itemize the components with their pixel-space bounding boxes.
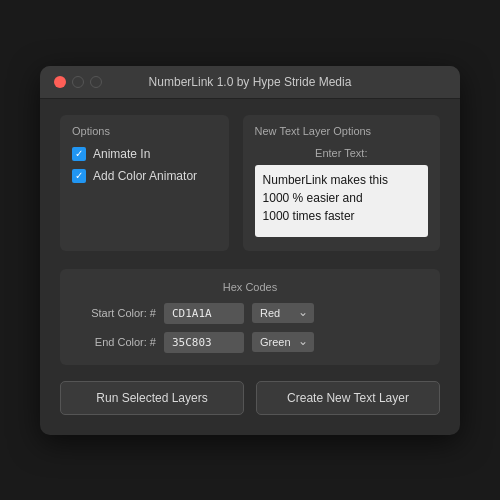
add-color-checkbox[interactable]: ✓ <box>72 169 86 183</box>
create-new-text-button[interactable]: Create New Text Layer <box>256 381 440 415</box>
start-color-label: Start Color: # <box>76 307 156 319</box>
animate-in-checkbox[interactable]: ✓ <box>72 147 86 161</box>
minimize-button[interactable] <box>72 76 84 88</box>
start-color-select[interactable]: Red Green Blue Yellow White Black <box>252 303 314 323</box>
top-panels: Options ✓ Animate In ✓ Add Color Animato… <box>60 115 440 251</box>
start-color-input[interactable] <box>164 303 244 324</box>
add-color-row: ✓ Add Color Animator <box>72 169 217 183</box>
window-title: NumberLink 1.0 by Hype Stride Media <box>149 75 352 89</box>
end-color-select[interactable]: Red Green Blue Yellow White Black <box>252 332 314 352</box>
enter-text-label: Enter Text: <box>255 147 428 159</box>
maximize-button[interactable] <box>90 76 102 88</box>
end-color-row: End Color: # Red Green Blue Yellow White… <box>76 332 424 353</box>
close-button[interactable] <box>54 76 66 88</box>
options-panel: Options ✓ Animate In ✓ Add Color Animato… <box>60 115 229 251</box>
animate-in-check-icon: ✓ <box>75 149 83 159</box>
text-layer-panel-title: New Text Layer Options <box>255 125 428 137</box>
text-layer-panel: New Text Layer Options Enter Text: <box>243 115 440 251</box>
traffic-lights <box>54 76 102 88</box>
add-color-label: Add Color Animator <box>93 169 197 183</box>
hex-section: Hex Codes Start Color: # Red Green Blue … <box>60 269 440 365</box>
end-color-input[interactable] <box>164 332 244 353</box>
start-color-select-wrapper: Red Green Blue Yellow White Black <box>252 303 314 323</box>
title-bar: NumberLink 1.0 by Hype Stride Media <box>40 66 460 99</box>
end-color-select-wrapper: Red Green Blue Yellow White Black <box>252 332 314 352</box>
add-color-check-icon: ✓ <box>75 171 83 181</box>
action-buttons: Run Selected Layers Create New Text Laye… <box>60 381 440 415</box>
run-selected-button[interactable]: Run Selected Layers <box>60 381 244 415</box>
end-color-label: End Color: # <box>76 336 156 348</box>
main-window: NumberLink 1.0 by Hype Stride Media Opti… <box>40 66 460 435</box>
hex-section-title: Hex Codes <box>76 281 424 293</box>
options-panel-title: Options <box>72 125 217 137</box>
animate-in-row: ✓ Animate In <box>72 147 217 161</box>
animate-in-label: Animate In <box>93 147 150 161</box>
start-color-row: Start Color: # Red Green Blue Yellow Whi… <box>76 303 424 324</box>
content-area: Options ✓ Animate In ✓ Add Color Animato… <box>40 99 460 435</box>
text-input[interactable] <box>255 165 428 237</box>
